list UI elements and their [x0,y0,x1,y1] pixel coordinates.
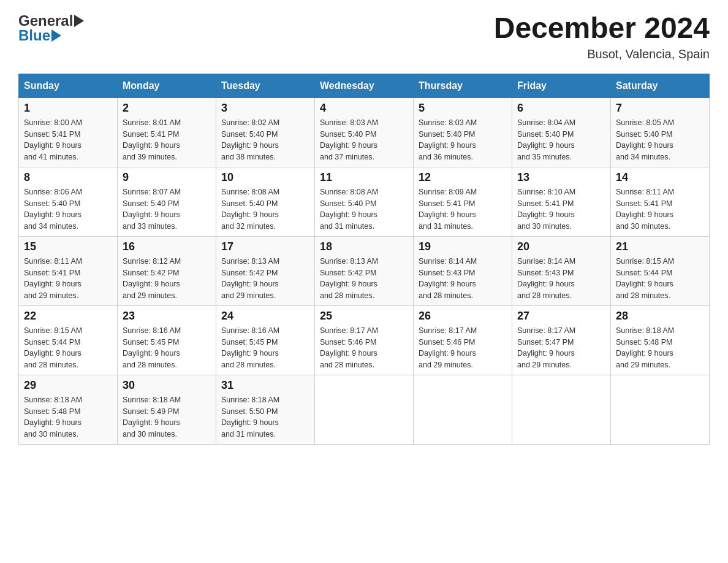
weekday-header-sunday: Sunday [19,74,118,98]
day-info: Sunrise: 8:16 AMSunset: 5:45 PMDaylight:… [123,325,211,371]
calendar-cell: 17 Sunrise: 8:13 AMSunset: 5:42 PMDaylig… [216,236,315,305]
calendar-cell: 11 Sunrise: 8:08 AMSunset: 5:40 PMDaylig… [315,167,414,236]
day-number: 10 [221,171,309,184]
day-info: Sunrise: 8:18 AMSunset: 5:49 PMDaylight:… [123,394,211,440]
weekday-header-row: SundayMondayTuesdayWednesdayThursdayFrid… [19,74,710,98]
calendar-cell: 24 Sunrise: 8:16 AMSunset: 5:45 PMDaylig… [216,305,315,375]
day-number: 23 [123,310,211,323]
day-number: 31 [221,379,309,392]
day-number: 8 [24,171,112,184]
day-number: 7 [616,102,704,115]
day-number: 9 [123,171,211,184]
calendar-cell: 10 Sunrise: 8:08 AMSunset: 5:40 PMDaylig… [216,167,315,236]
day-info: Sunrise: 8:13 AMSunset: 5:42 PMDaylight:… [320,256,408,302]
calendar-cell [512,375,611,444]
day-info: Sunrise: 8:14 AMSunset: 5:43 PMDaylight:… [517,256,605,302]
day-info: Sunrise: 8:09 AMSunset: 5:41 PMDaylight:… [419,186,507,232]
calendar-cell: 13 Sunrise: 8:10 AMSunset: 5:41 PMDaylig… [512,167,611,236]
day-info: Sunrise: 8:07 AMSunset: 5:40 PMDaylight:… [123,186,211,232]
logo-arrow-blue [51,29,61,42]
day-number: 12 [419,171,507,184]
calendar-cell: 1 Sunrise: 8:00 AMSunset: 5:41 PMDayligh… [19,98,118,167]
day-info: Sunrise: 8:17 AMSunset: 5:46 PMDaylight:… [320,325,408,371]
calendar-cell: 8 Sunrise: 8:06 AMSunset: 5:40 PMDayligh… [19,167,118,236]
weekday-header-friday: Friday [512,74,611,98]
day-info: Sunrise: 8:15 AMSunset: 5:44 PMDaylight:… [616,256,704,302]
weekday-header-monday: Monday [118,74,216,98]
calendar-cell: 4 Sunrise: 8:03 AMSunset: 5:40 PMDayligh… [315,98,414,167]
day-number: 6 [517,102,605,115]
day-number: 16 [123,240,211,253]
calendar-cell: 7 Sunrise: 8:05 AMSunset: 5:40 PMDayligh… [611,98,710,167]
calendar-cell: 16 Sunrise: 8:12 AMSunset: 5:42 PMDaylig… [118,236,216,305]
day-number: 17 [221,240,309,253]
calendar-cell: 20 Sunrise: 8:14 AMSunset: 5:43 PMDaylig… [512,236,611,305]
calendar-cell: 29 Sunrise: 8:18 AMSunset: 5:48 PMDaylig… [19,375,118,444]
day-info: Sunrise: 8:12 AMSunset: 5:42 PMDaylight:… [123,256,211,302]
calendar-cell: 26 Sunrise: 8:17 AMSunset: 5:46 PMDaylig… [414,305,512,375]
page-header: General Blue December 2024 Busot, Valenc… [18,12,710,61]
day-number: 27 [517,310,605,323]
day-info: Sunrise: 8:18 AMSunset: 5:48 PMDaylight:… [24,394,112,440]
day-info: Sunrise: 8:01 AMSunset: 5:41 PMDaylight:… [123,117,211,163]
day-number: 21 [616,240,704,253]
calendar-cell: 28 Sunrise: 8:18 AMSunset: 5:48 PMDaylig… [611,305,710,375]
location-text: Busot, Valencia, Spain [494,47,710,61]
calendar-table: SundayMondayTuesdayWednesdayThursdayFrid… [18,74,710,445]
day-info: Sunrise: 8:02 AMSunset: 5:40 PMDaylight:… [221,117,309,163]
calendar-cell: 30 Sunrise: 8:18 AMSunset: 5:49 PMDaylig… [118,375,216,444]
day-number: 28 [616,310,704,323]
calendar-cell: 18 Sunrise: 8:13 AMSunset: 5:42 PMDaylig… [315,236,414,305]
day-info: Sunrise: 8:08 AMSunset: 5:40 PMDaylight:… [221,186,309,232]
day-number: 4 [320,102,408,115]
day-info: Sunrise: 8:10 AMSunset: 5:41 PMDaylight:… [517,186,605,232]
calendar-cell: 31 Sunrise: 8:18 AMSunset: 5:50 PMDaylig… [216,375,315,444]
calendar-cell: 14 Sunrise: 8:11 AMSunset: 5:41 PMDaylig… [611,167,710,236]
day-info: Sunrise: 8:16 AMSunset: 5:45 PMDaylight:… [221,325,309,371]
day-info: Sunrise: 8:18 AMSunset: 5:50 PMDaylight:… [221,394,309,440]
day-number: 18 [320,240,408,253]
month-title: December 2024 [494,12,710,45]
calendar-week-row: 8 Sunrise: 8:06 AMSunset: 5:40 PMDayligh… [19,167,710,236]
day-number: 2 [123,102,211,115]
calendar-cell: 27 Sunrise: 8:17 AMSunset: 5:47 PMDaylig… [512,305,611,375]
day-number: 1 [24,102,112,115]
day-info: Sunrise: 8:13 AMSunset: 5:42 PMDaylight:… [221,256,309,302]
day-number: 25 [320,310,408,323]
day-number: 30 [123,379,211,392]
day-info: Sunrise: 8:03 AMSunset: 5:40 PMDaylight:… [320,117,408,163]
day-info: Sunrise: 8:05 AMSunset: 5:40 PMDaylight:… [616,117,704,163]
calendar-cell: 22 Sunrise: 8:15 AMSunset: 5:44 PMDaylig… [19,305,118,375]
day-info: Sunrise: 8:11 AMSunset: 5:41 PMDaylight:… [616,186,704,232]
logo: General Blue [18,12,84,44]
calendar-cell: 21 Sunrise: 8:15 AMSunset: 5:44 PMDaylig… [611,236,710,305]
day-number: 20 [517,240,605,253]
day-number: 22 [24,310,112,323]
day-number: 11 [320,171,408,184]
weekday-header-wednesday: Wednesday [315,74,414,98]
day-info: Sunrise: 8:06 AMSunset: 5:40 PMDaylight:… [24,186,112,232]
weekday-header-saturday: Saturday [611,74,710,98]
day-number: 15 [24,240,112,253]
calendar-cell [414,375,512,444]
logo-arrow-dark [74,15,84,27]
day-info: Sunrise: 8:15 AMSunset: 5:44 PMDaylight:… [24,325,112,371]
day-number: 24 [221,310,309,323]
weekday-header-thursday: Thursday [414,74,512,98]
day-info: Sunrise: 8:18 AMSunset: 5:48 PMDaylight:… [616,325,704,371]
logo-blue-text: Blue [18,27,50,44]
title-area: December 2024 Busot, Valencia, Spain [494,12,710,61]
calendar-cell: 2 Sunrise: 8:01 AMSunset: 5:41 PMDayligh… [118,98,216,167]
calendar-cell: 3 Sunrise: 8:02 AMSunset: 5:40 PMDayligh… [216,98,315,167]
calendar-cell: 5 Sunrise: 8:03 AMSunset: 5:40 PMDayligh… [414,98,512,167]
calendar-week-row: 15 Sunrise: 8:11 AMSunset: 5:41 PMDaylig… [19,236,710,305]
day-number: 5 [419,102,507,115]
day-number: 26 [419,310,507,323]
calendar-cell: 9 Sunrise: 8:07 AMSunset: 5:40 PMDayligh… [118,167,216,236]
calendar-cell: 19 Sunrise: 8:14 AMSunset: 5:43 PMDaylig… [414,236,512,305]
calendar-cell: 25 Sunrise: 8:17 AMSunset: 5:46 PMDaylig… [315,305,414,375]
calendar-cell [611,375,710,444]
day-number: 3 [221,102,309,115]
day-number: 13 [517,171,605,184]
calendar-week-row: 22 Sunrise: 8:15 AMSunset: 5:44 PMDaylig… [19,305,710,375]
